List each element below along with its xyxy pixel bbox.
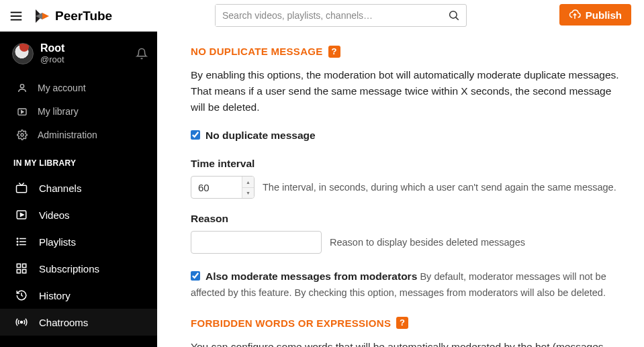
sidebar-item-label: Subscriptions	[39, 263, 99, 275]
search-input[interactable]	[216, 5, 442, 26]
history-icon	[15, 289, 28, 301]
svg-rect-24	[17, 270, 20, 273]
svg-line-7	[456, 17, 459, 20]
forbidden-words-heading: FORBIDDEN WORDS OR EXPRESSIONS ?	[191, 315, 620, 331]
sidebar-item-videos[interactable]: Videos	[0, 201, 157, 228]
list-icon	[15, 236, 28, 248]
play-square-icon	[15, 209, 28, 221]
no-duplicate-heading: NO DUPLICATE MESSAGE ?	[191, 44, 620, 59]
menu-toggle[interactable]	[0, 0, 32, 32]
no-duplicate-description: By enabling this options, the moderation…	[191, 67, 620, 115]
hamburger-icon	[9, 9, 24, 23]
svg-point-21	[17, 244, 18, 246]
peertube-icon	[34, 8, 50, 24]
avatar	[12, 43, 34, 64]
svg-rect-25	[23, 270, 26, 273]
svg-point-20	[17, 241, 18, 242]
sidebar-section-library-title: IN MY LIBRARY	[0, 146, 157, 175]
sidebar-item-my-library[interactable]: My library	[0, 99, 157, 123]
user-block[interactable]: Root @root	[0, 32, 157, 76]
gear-icon	[16, 130, 28, 140]
search-button[interactable]	[442, 5, 466, 26]
svg-point-6	[450, 11, 457, 19]
sidebar-item-channels[interactable]: Channels	[0, 175, 157, 201]
sidebar-item-administration[interactable]: Administration	[0, 123, 157, 146]
publish-button[interactable]: Publish	[559, 4, 631, 26]
svg-point-12	[21, 134, 24, 136]
svg-rect-22	[17, 264, 20, 267]
reason-hint: Reason to display besides deleted messag…	[330, 235, 525, 250]
time-interval-label: Time interval	[191, 156, 620, 172]
svg-marker-4	[42, 13, 49, 19]
upload-icon	[569, 9, 581, 21]
svg-point-26	[21, 321, 23, 324]
user-names: Root @root	[40, 42, 134, 64]
help-icon[interactable]: ?	[396, 317, 408, 329]
sidebar-item-playlists[interactable]: Playlists	[0, 228, 157, 255]
sidebar-item-label: Playlists	[39, 236, 76, 248]
forbidden-words-description: You can configure some words that will b…	[191, 339, 620, 347]
search-box	[215, 4, 467, 27]
spinner-down[interactable]: ▼	[242, 188, 254, 199]
notifications-button[interactable]	[134, 46, 149, 61]
reason-input[interactable]	[191, 231, 322, 254]
sidebar-item-label: Channels	[39, 183, 81, 194]
sidebar: Root @root My account My library Adminis…	[0, 32, 157, 347]
reason-label: Reason	[191, 211, 620, 227]
main-content: NO DUPLICATE MESSAGE ? By enabling this …	[157, 32, 644, 347]
tv-icon	[15, 182, 28, 194]
svg-rect-23	[23, 264, 26, 267]
sidebar-item-label: History	[39, 290, 71, 301]
bell-icon	[136, 48, 148, 60]
heading-text: FORBIDDEN WORDS OR EXPRESSIONS	[191, 315, 391, 331]
sidebar-item-subscriptions[interactable]: Subscriptions	[0, 255, 157, 282]
publish-label: Publish	[586, 9, 622, 21]
sidebar-item-label: My library	[38, 106, 79, 117]
sidebar-item-label: Administration	[38, 130, 97, 140]
user-display-name: Root	[40, 42, 134, 54]
brand-name: PeerTube	[55, 9, 112, 23]
sidebar-item-label: My account	[38, 83, 86, 93]
no-duplicate-checkbox[interactable]	[191, 130, 200, 140]
broadcast-icon	[15, 316, 28, 328]
time-interval-hint: The interval, in seconds, during which a…	[263, 180, 616, 195]
brand-logo[interactable]: PeerTube	[34, 8, 112, 24]
number-spinner: ▲ ▼	[242, 177, 254, 198]
svg-marker-15	[21, 213, 24, 217]
user-icon	[16, 83, 28, 93]
heading-text: NO DUPLICATE MESSAGE	[191, 44, 323, 59]
grid-icon	[15, 262, 28, 275]
spinner-up[interactable]: ▲	[242, 177, 254, 188]
moderate-moderators-checkbox[interactable]	[191, 271, 200, 281]
library-icon	[16, 106, 28, 117]
sidebar-item-label: Chatrooms	[39, 317, 88, 328]
help-icon[interactable]: ?	[328, 46, 340, 58]
sidebar-item-chatrooms[interactable]: Chatrooms	[0, 309, 157, 336]
user-handle: @root	[40, 54, 134, 65]
search-icon	[448, 9, 460, 21]
moderate-moderators-label: Also moderate messages from moderators	[205, 270, 417, 282]
svg-point-19	[17, 238, 18, 240]
sidebar-item-my-account[interactable]: My account	[0, 76, 157, 99]
no-duplicate-checkbox-label: No duplicate message	[205, 128, 316, 144]
sidebar-item-history[interactable]: History	[0, 282, 157, 309]
sidebar-item-label: Videos	[39, 209, 70, 221]
svg-marker-11	[21, 110, 24, 113]
svg-point-9	[20, 84, 24, 87]
svg-rect-13	[17, 185, 27, 193]
